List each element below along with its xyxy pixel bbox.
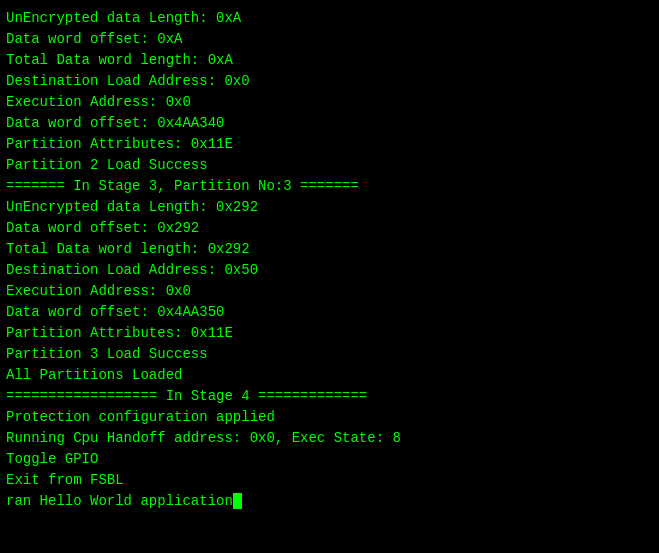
terminal-line: Destination Load Address: 0x50 (6, 260, 653, 281)
terminal-line: Data word offset: 0x4AA350 (6, 302, 653, 323)
terminal-line: Destination Load Address: 0x0 (6, 71, 653, 92)
terminal-line: ================== In Stage 4 ==========… (6, 386, 653, 407)
terminal-line: Execution Address: 0x0 (6, 92, 653, 113)
terminal-line: Protection configuration applied (6, 407, 653, 428)
terminal-line: Partition 3 Load Success (6, 344, 653, 365)
terminal-line: UnEncrypted data Length: 0x292 (6, 197, 653, 218)
terminal-line: Execution Address: 0x0 (6, 281, 653, 302)
terminal-line: Partition Attributes: 0x11E (6, 323, 653, 344)
terminal-line: Total Data word length: 0xA (6, 50, 653, 71)
terminal-line: Running Cpu Handoff address: 0x0, Exec S… (6, 428, 653, 449)
terminal-line: Data word offset: 0x292 (6, 218, 653, 239)
terminal-window: UnEncrypted data Length: 0xAData word of… (0, 0, 659, 553)
terminal-cursor (233, 493, 242, 509)
terminal-line: Data word offset: 0xA (6, 29, 653, 50)
terminal-line: ran Hello World application (6, 491, 653, 512)
terminal-line: Partition Attributes: 0x11E (6, 134, 653, 155)
terminal-line: ======= In Stage 3, Partition No:3 =====… (6, 176, 653, 197)
terminal-line: UnEncrypted data Length: 0xA (6, 8, 653, 29)
terminal-line: Partition 2 Load Success (6, 155, 653, 176)
terminal-line: Exit from FSBL (6, 470, 653, 491)
terminal-line: Toggle GPIO (6, 449, 653, 470)
terminal-line: Data word offset: 0x4AA340 (6, 113, 653, 134)
terminal-line: Total Data word length: 0x292 (6, 239, 653, 260)
terminal-line: All Partitions Loaded (6, 365, 653, 386)
